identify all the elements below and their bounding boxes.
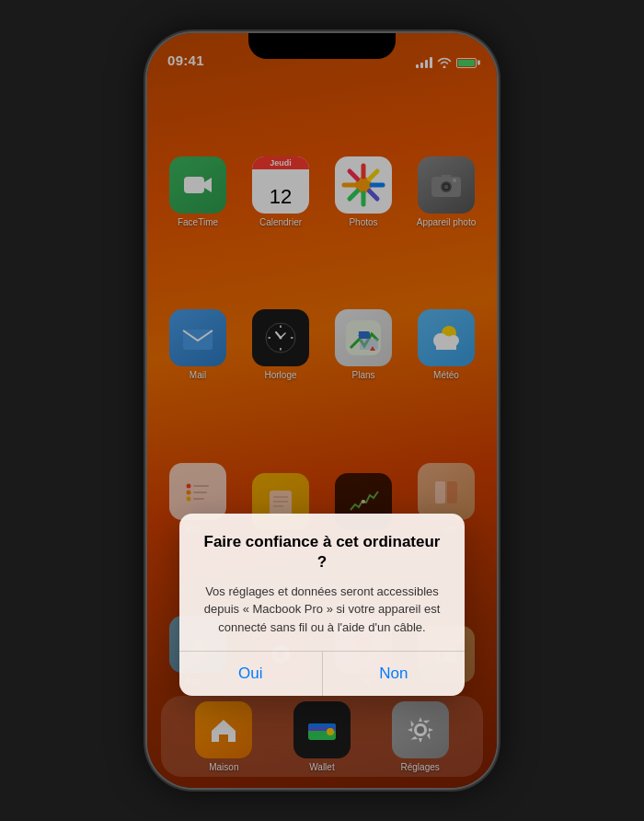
phone-frame: 09:41 [147,33,497,788]
dialog-buttons: Oui Non [179,651,465,696]
dialog-overlay: Faire confiance à cet ordinateur ? Vos r… [147,33,497,788]
dialog-cancel-button[interactable]: Non [323,652,466,696]
dialog-confirm-button[interactable]: Oui [179,652,323,696]
dialog-title: Faire confiance à cet ordinateur ? [198,532,446,572]
dialog-message: Vos réglages et données seront accessibl… [198,583,446,637]
dialog-box: Faire confiance à cet ordinateur ? Vos r… [179,514,465,696]
dialog-content: Faire confiance à cet ordinateur ? Vos r… [179,514,465,651]
screen: 09:41 [147,33,497,788]
